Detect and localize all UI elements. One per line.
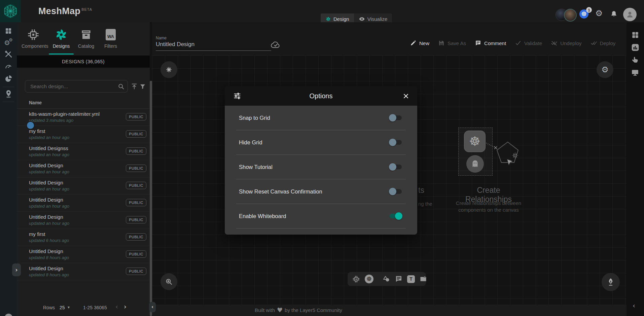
option-toggle-switch[interactable] <box>389 114 402 121</box>
pen-nib-icon <box>606 277 615 287</box>
dock-image-icon[interactable] <box>419 275 427 283</box>
option-label: Snap to Grid <box>239 115 389 121</box>
settings-gear-icon[interactable]: ⚙ <box>595 9 603 17</box>
options-modal-title: Options <box>225 92 417 100</box>
design-list-item[interactable]: k8s-wasm-plugin-ratelimiter.yml updated … <box>17 109 150 126</box>
design-name: Untitled Design <box>29 266 63 271</box>
components-chip-icon <box>22 27 45 42</box>
right-dock-bar-chart-icon[interactable] <box>631 43 640 52</box>
nav-extensions-pie-icon[interactable] <box>0 75 17 83</box>
design-name: my first <box>29 231 45 237</box>
design-list-item[interactable]: Untitled Design updated an hour ago PUBL… <box>17 212 150 229</box>
toolbar-button-label: Deploy <box>600 40 616 46</box>
sidebar-tabs: Components Designs Catalog WA Filters <box>17 22 150 56</box>
filter-funnel-icon[interactable] <box>139 83 146 90</box>
tab-filters[interactable]: WA Filters <box>99 27 122 49</box>
tab-components[interactable]: Components <box>22 27 45 49</box>
nav-performance-gauge-icon[interactable] <box>0 63 17 71</box>
option-row: Show Reset Canvas Confirmation <box>225 179 417 204</box>
design-list-item[interactable]: my first updated an hour ago PUBLIC <box>17 126 150 143</box>
pagination-prev-button[interactable]: ‹ <box>115 303 118 310</box>
option-toggle-switch[interactable] <box>389 188 402 195</box>
design-visibility-badge: PUBLIC <box>126 216 146 223</box>
design-name-input[interactable] <box>156 41 271 51</box>
nav-lifecycle-gears-icon[interactable]: ⚙⚙ <box>0 38 17 47</box>
whiteboard-pen-button[interactable] <box>602 273 620 291</box>
page-title: MeshMapBETA <box>38 6 92 16</box>
design-visibility-badge: PUBLIC <box>126 165 146 172</box>
footer-collapse-handle[interactable]: ‹ <box>149 302 156 312</box>
design-name: Untitled Designss <box>29 145 68 151</box>
search-icon[interactable] <box>117 83 125 90</box>
tab-catalog[interactable]: Catalog <box>74 27 98 49</box>
design-list-item[interactable]: Untitled Design updated 8 hours ago PUBL… <box>17 263 150 280</box>
pagination-rows-per-page[interactable]: 25 <box>60 305 65 310</box>
dock-comment-icon[interactable] <box>395 275 403 283</box>
option-toggle-switch[interactable] <box>389 163 402 171</box>
comment-button[interactable]: Comment <box>475 40 506 46</box>
right-dock-grid-icon[interactable] <box>631 31 640 39</box>
design-visibility-badge: PUBLIC <box>126 182 146 189</box>
design-list-item[interactable]: Untitled Designss updated an hour ago PU… <box>17 143 150 160</box>
right-dock-touch-icon[interactable] <box>631 56 639 64</box>
pagination-next-button[interactable]: › <box>124 303 127 310</box>
new-button[interactable]: New <box>410 40 429 46</box>
zoom-in-icon <box>165 278 173 286</box>
help-button[interactable]: ? <box>5 314 12 316</box>
right-dock-rail: ‹ <box>627 22 644 316</box>
collaborator-avatar[interactable] <box>564 9 577 22</box>
nav-meshmap-pin-icon[interactable] <box>0 90 17 98</box>
option-label: Hide Grid <box>239 139 389 146</box>
tab-filters-label: Filters <box>99 43 122 49</box>
dock-kubernetes-icon[interactable]: ☸ <box>365 275 373 283</box>
built-with-credit: Built with ♥ by the Layer5 Community <box>255 307 342 313</box>
design-visibility-badge: PUBLIC <box>126 268 146 275</box>
onboarding-relationship-art <box>486 133 523 168</box>
close-modal-button[interactable] <box>403 93 409 99</box>
toolbar-button-label: New <box>419 40 429 46</box>
deploy-button[interactable]: Deploy <box>591 40 616 46</box>
design-list-item[interactable]: Untitled Design updated 8 hours ago PUBL… <box>17 246 150 263</box>
design-updated-timestamp: updated an hour ago <box>29 221 69 226</box>
designs-sidebar: Components Designs Catalog WA Filters DE… <box>17 22 150 316</box>
nav-toolbox-icon[interactable] <box>0 50 17 59</box>
design-list-item[interactable]: my first updated 6 hours ago PUBLIC <box>17 229 150 246</box>
onboarding-hidden-fragment-title: ts <box>418 186 424 195</box>
tab-designs[interactable]: Designs <box>49 27 73 49</box>
zoom-in-button[interactable] <box>160 273 177 290</box>
right-dock-monitor-icon[interactable] <box>631 68 639 77</box>
search-input[interactable] <box>25 80 128 93</box>
canvas-settings-button[interactable]: ⚙ <box>597 61 613 78</box>
cloud-saved-icon <box>271 40 281 50</box>
user-profile-avatar[interactable] <box>623 8 637 21</box>
upload-design-icon[interactable] <box>131 83 138 90</box>
sidebar-scrollbar[interactable] <box>150 81 152 316</box>
designs-swirl-icon <box>49 27 73 42</box>
toggle-knob <box>389 163 396 171</box>
dock-text-tool-icon[interactable]: T <box>407 275 415 283</box>
design-name: Untitled Design <box>29 163 63 168</box>
design-name: Untitled Design <box>29 180 63 185</box>
design-list-item[interactable]: Untitled Design updated an hour ago PUBL… <box>17 160 150 177</box>
canvas-loading-gear-button[interactable] <box>160 61 177 78</box>
save-as-button[interactable]: Save As <box>438 40 466 46</box>
onboarding-squid-icon <box>466 155 484 173</box>
nav-dashboard-icon[interactable] <box>0 27 17 35</box>
dock-shapes-icon[interactable] <box>382 275 390 283</box>
rows-per-page-caret-icon[interactable]: ▾ <box>68 305 70 309</box>
design-collaborator-avatar[interactable] <box>26 121 35 130</box>
toolbar-button-label: Save As <box>448 40 466 46</box>
right-panel-collapse-handle[interactable]: ‹ <box>633 302 635 309</box>
check2x-icon <box>551 40 558 46</box>
notifications-bell-icon[interactable] <box>610 10 618 18</box>
design-list-item[interactable]: Untitled Design updated an hour ago PUBL… <box>17 177 150 195</box>
sidebar-collapse-handle[interactable]: › <box>12 264 21 276</box>
comment-icon <box>475 40 481 46</box>
layer5-logo[interactable] <box>0 0 21 22</box>
option-toggle-switch[interactable] <box>389 139 402 146</box>
dock-components-icon[interactable] <box>352 275 360 283</box>
validate-button[interactable]: Validate <box>515 40 542 46</box>
option-toggle-switch[interactable] <box>389 212 402 220</box>
design-list-item[interactable]: Untitled Design updated an hour ago PUBL… <box>17 195 150 212</box>
undeploy-button[interactable]: Undeploy <box>551 40 581 46</box>
